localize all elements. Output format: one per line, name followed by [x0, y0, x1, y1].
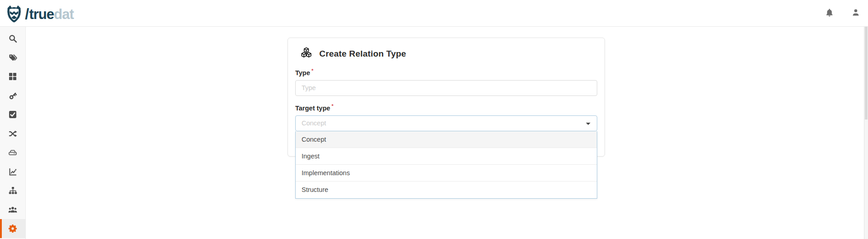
- owl-logo-icon: [5, 4, 23, 23]
- gear-icon: [8, 224, 17, 233]
- dropdown-option-ingest[interactable]: Ingest: [296, 148, 597, 165]
- user-menu-button[interactable]: [850, 8, 862, 19]
- type-field-label: Type*: [295, 68, 597, 76]
- page-scrollbar: [864, 27, 868, 239]
- users-icon: [8, 206, 17, 214]
- required-asterisk: *: [312, 68, 313, 73]
- logo-text-primary: true: [29, 6, 54, 22]
- sidebar-item-drive[interactable]: [0, 143, 25, 162]
- app: /truedat: [0, 0, 868, 239]
- create-relation-type-card: Create Relation Type Type* Target type* …: [288, 38, 605, 157]
- sidebar-item-search[interactable]: [0, 29, 25, 48]
- scrollbar-thumb[interactable]: [865, 27, 868, 120]
- sidebar-item-chart[interactable]: [0, 162, 25, 181]
- key-icon: [9, 91, 17, 100]
- logo-text-secondary: dat: [54, 6, 74, 22]
- sidebar-item-tags[interactable]: [0, 48, 25, 67]
- search-icon: [9, 34, 17, 43]
- sitemap-icon: [9, 186, 17, 195]
- header-actions: [824, 0, 862, 27]
- chevron-down-icon: [586, 123, 590, 125]
- checkbox-icon: [9, 110, 17, 119]
- required-asterisk: *: [332, 103, 333, 109]
- target-type-dropdown: Concept Ingest Implementations Structure: [295, 131, 597, 199]
- top-bar: /truedat: [0, 0, 868, 27]
- sidebar-item-settings[interactable]: [0, 219, 25, 238]
- grid-icon: [9, 72, 17, 81]
- cubes-icon: [299, 47, 313, 61]
- bell-icon: [825, 8, 834, 19]
- dropdown-option-concept[interactable]: Concept: [296, 131, 597, 148]
- dropdown-option-implementations[interactable]: Implementations: [296, 165, 597, 182]
- target-type-select[interactable]: Concept Concept Ingest Implementations S…: [295, 115, 597, 131]
- sidebar-item-key[interactable]: [0, 86, 25, 105]
- notifications-button[interactable]: [824, 8, 835, 19]
- target-type-field-label: Target type*: [295, 103, 597, 112]
- logo[interactable]: /truedat: [5, 3, 73, 24]
- sidebar-item-grid[interactable]: [0, 67, 25, 86]
- sidebar-item-shuffle[interactable]: [0, 124, 25, 143]
- page-title: Create Relation Type: [319, 49, 406, 59]
- card-header: Create Relation Type: [299, 47, 597, 61]
- tags-icon: [9, 53, 17, 62]
- sidebar-item-sitemap[interactable]: [0, 181, 25, 200]
- type-input[interactable]: [295, 80, 597, 96]
- user-icon: [851, 8, 860, 19]
- shuffle-icon: [9, 129, 17, 138]
- logo-slash: /: [25, 5, 29, 22]
- dropdown-option-structure[interactable]: Structure: [296, 182, 597, 198]
- drive-icon: [8, 148, 17, 157]
- chart-icon: [9, 167, 17, 176]
- sidebar-item-users[interactable]: [0, 200, 25, 219]
- select-placeholder: Concept: [302, 116, 326, 131]
- main-content: Create Relation Type Type* Target type* …: [26, 27, 864, 239]
- sidebar-item-checkbox[interactable]: [0, 105, 25, 124]
- sidebar: [0, 27, 26, 239]
